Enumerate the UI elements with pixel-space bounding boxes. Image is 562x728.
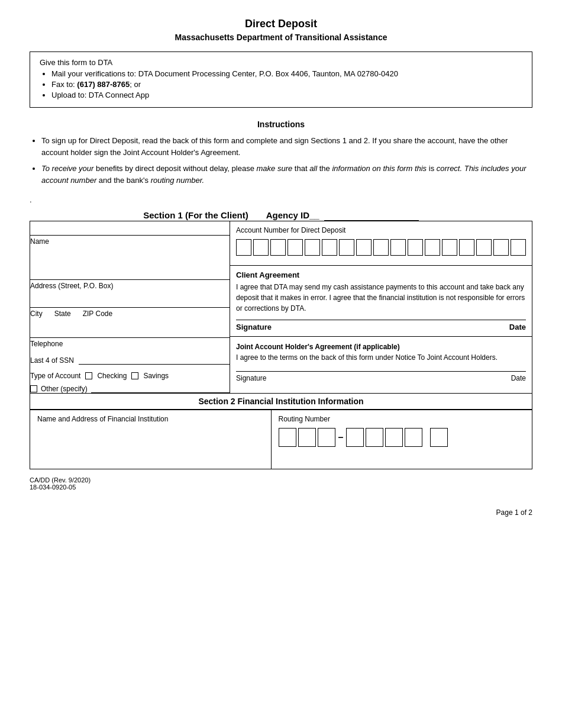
- acct-box-6[interactable]: [322, 239, 337, 256]
- joint-account-title: Joint Account Holder's Agreement (if app…: [236, 342, 526, 363]
- account-number-section: Account Number for Direct Deposit: [230, 221, 532, 266]
- routing-dash: –: [338, 432, 344, 443]
- client-agreement-title: Client Agreement: [236, 270, 526, 279]
- ssn-field: Last 4 of SSN: [30, 356, 230, 365]
- ssn-label: Last 4 of SSN: [30, 356, 74, 365]
- acct-box-4[interactable]: [288, 239, 303, 256]
- city-state-zip-underline: [30, 298, 230, 308]
- address-underline: [30, 270, 230, 280]
- routing-boxes: –: [279, 428, 525, 447]
- acct-box-5[interactable]: [305, 239, 320, 256]
- section1-table: Name Address (Street, P.O. Box) City Sta…: [30, 221, 532, 394]
- routing-box-5[interactable]: [366, 428, 383, 447]
- routing-box-4[interactable]: [346, 428, 364, 447]
- acct-box-9[interactable]: [373, 239, 389, 256]
- city-label: City: [30, 310, 43, 318]
- section2-table: Name and Address of Financial Institutio…: [30, 410, 532, 469]
- info-intro: Give this form to DTA: [40, 58, 522, 67]
- info-item-fax: Fax to: (617) 887-8765; or: [51, 80, 522, 89]
- dot-spacer: .: [30, 195, 532, 204]
- page-number: Page 1 of 2: [30, 508, 532, 517]
- checking-checkbox[interactable]: [85, 372, 92, 379]
- account-type-row: Type of Account Checking Savings: [30, 372, 230, 380]
- acct-box-2[interactable]: [253, 239, 269, 256]
- info-list: Mail your verifications to: DTA Document…: [51, 69, 522, 99]
- acct-box-1[interactable]: [236, 239, 251, 256]
- page-subtitle: Massachusetts Department of Transitional…: [30, 33, 532, 42]
- city-state-zip-labels: City State ZIP Code: [30, 310, 230, 318]
- acct-box-17[interactable]: [511, 239, 526, 256]
- checking-label: Checking: [97, 372, 127, 380]
- section1-title: Section 1 (For the Client): [143, 210, 248, 220]
- joint-account-text: I agree to the terms on the back of this…: [236, 353, 498, 362]
- other-checkbox[interactable]: [30, 385, 37, 392]
- account-number-boxes: [236, 239, 526, 256]
- tel-ssn-section: Telephone Last 4 of SSN Type of Account …: [30, 328, 230, 393]
- routing-box-2[interactable]: [298, 428, 316, 447]
- tel-underline: [30, 328, 230, 338]
- section2-header: Section 2 Financial Institution Informat…: [30, 394, 532, 410]
- fax-number: (617) 887-8765: [77, 80, 130, 89]
- acct-box-3[interactable]: [270, 239, 286, 256]
- info-item-mail: Mail your verifications to: DTA Document…: [51, 69, 522, 78]
- type-of-account-label: Type of Account: [30, 372, 80, 380]
- routing-number-cell: Routing Number –: [271, 410, 532, 469]
- acct-box-8[interactable]: [356, 239, 372, 256]
- acct-box-10[interactable]: [390, 239, 406, 256]
- footer-form-number: 18-034-0920-05: [30, 484, 532, 491]
- instructions-title: Instructions: [30, 120, 532, 129]
- fi-name-address-label: Name and Address of Financial Institutio…: [37, 415, 264, 423]
- routing-box-single[interactable]: [430, 428, 448, 447]
- section1-header: Section 1 (For the Client) Agency ID__: [30, 210, 532, 221]
- client-agreement-text: I agree that DTA may send my cash assist…: [236, 282, 526, 314]
- agency-id-line[interactable]: [324, 210, 419, 221]
- telephone-field: Telephone: [30, 328, 230, 348]
- savings-label: Savings: [143, 372, 169, 380]
- page-title: Direct Deposit: [30, 18, 532, 30]
- footer-info: CA/DD (Rev. 9/2020) 18-034-0920-05: [30, 476, 532, 491]
- acct-box-14[interactable]: [459, 239, 474, 256]
- name-field-container: Name: [30, 221, 230, 259]
- ssn-underline: [79, 356, 230, 365]
- fi-name-address-cell: Name and Address of Financial Institutio…: [30, 410, 272, 469]
- instruction-2: To receive your benefits by direct depos…: [41, 163, 532, 186]
- acct-box-15[interactable]: [476, 239, 492, 256]
- agency-id-label: Agency ID__: [266, 210, 419, 221]
- name-underline: [30, 226, 230, 236]
- info-box: Give this form to DTA Mail your verifica…: [30, 51, 532, 108]
- acct-box-16[interactable]: [493, 239, 509, 256]
- zip-label: ZIP Code: [83, 310, 112, 318]
- acct-box-7[interactable]: [339, 239, 354, 256]
- instruction-1: To sign up for Direct Deposit, read the …: [41, 135, 532, 158]
- client-date-label: Date: [509, 323, 526, 331]
- routing-box-3[interactable]: [318, 428, 335, 447]
- footer-revision: CA/DD (Rev. 9/2020): [30, 476, 532, 484]
- other-row: Other (specify): [30, 385, 230, 393]
- routing-box-7[interactable]: [405, 428, 422, 447]
- joint-date-label: Date: [511, 374, 526, 382]
- client-signature-row: Signature Date: [236, 320, 526, 331]
- left-column: Name Address (Street, P.O. Box) City Sta…: [30, 221, 230, 394]
- address-label: Address (Street, P.O. Box): [30, 282, 230, 290]
- instructions-list: To sign up for Direct Deposit, read the …: [41, 135, 532, 186]
- right-column: Account Number for Direct Deposit: [230, 221, 532, 394]
- routing-number-label: Routing Number: [279, 415, 525, 423]
- joint-signature-label: Signature: [236, 374, 266, 382]
- joint-account-section: Joint Account Holder's Agreement (if app…: [230, 337, 532, 387]
- client-signature-label: Signature: [236, 323, 272, 331]
- other-label: Other (specify): [41, 385, 88, 393]
- joint-signature-row: Signature Date: [236, 371, 526, 382]
- name-label: Name: [30, 237, 230, 246]
- acct-box-12[interactable]: [425, 239, 440, 256]
- routing-box-6[interactable]: [385, 428, 403, 447]
- info-item-upload: Upload to: DTA Connect App: [51, 91, 522, 99]
- joint-account-title-bold: Joint Account Holder's Agreement (if app…: [236, 343, 400, 351]
- state-label: State: [54, 310, 71, 318]
- other-specify-line: [91, 385, 230, 393]
- acct-box-13[interactable]: [442, 239, 457, 256]
- client-agreement-section: Client Agreement I agree that DTA may se…: [230, 266, 532, 337]
- savings-checkbox[interactable]: [131, 372, 138, 379]
- routing-box-1[interactable]: [279, 428, 296, 447]
- telephone-label: Telephone: [30, 340, 230, 348]
- acct-box-11[interactable]: [408, 239, 423, 256]
